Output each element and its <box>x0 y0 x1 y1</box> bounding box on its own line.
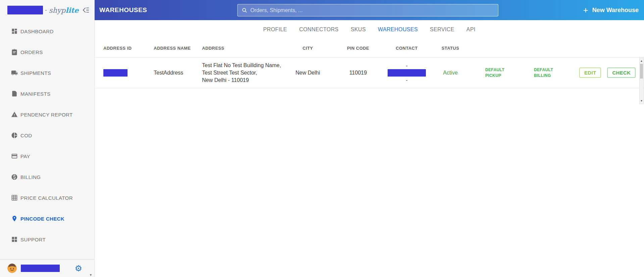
sidebar-item-dashboard[interactable]: DASHBOARD <box>0 21 94 42</box>
sidebar-header: - shyplite <box>0 0 94 20</box>
status-badge: Active <box>443 70 458 76</box>
manifests-icon <box>11 90 18 97</box>
column-address-name: ADDRESS NAME <box>154 46 191 51</box>
user-avatar[interactable] <box>7 264 17 273</box>
credit-card-icon <box>11 153 18 159</box>
tab-profile[interactable]: PROFILE <box>263 27 287 33</box>
column-city: CITY <box>302 46 313 51</box>
billing-dollar-icon <box>11 174 18 180</box>
column-pin-code: PIN CODE <box>347 46 369 51</box>
logo-prefix: - <box>45 7 47 13</box>
gear-icon[interactable]: ⚙ <box>75 264 82 273</box>
orders-icon <box>11 49 18 55</box>
column-address-id: ADDRESS ID <box>103 46 132 51</box>
sidebar-item-label: PRICE CALCULATOR <box>20 195 73 201</box>
app-window: - shyplite DASHBOARD ORDERS SHIPMENTS MA… <box>0 0 644 277</box>
sidebar-item-label: COD <box>20 133 32 138</box>
sidebar-item-cod[interactable]: COD <box>0 125 94 146</box>
default-pickup-badge: DEFAULT PICKUP <box>485 67 504 79</box>
scrollbar-thumb[interactable] <box>640 64 643 79</box>
tab-bar: PROFILE CONNECTORS SKUS WAREHOUSES SERVI… <box>95 20 644 39</box>
sidebar-item-label: ORDERS <box>20 49 43 55</box>
table-row: TestAddress Test Flat No Test Buillding … <box>95 57 644 88</box>
contact-value: - - <box>388 62 426 83</box>
sidebar-item-label: PENDENCY REPORT <box>20 112 72 118</box>
page-title: WAREHOUSES <box>99 6 147 14</box>
address-value: Test Flat No Test Buillding Name, Test S… <box>202 62 281 84</box>
sidebar-item-billing[interactable]: BILLING <box>0 167 94 187</box>
address-name-value: TestAddress <box>154 70 183 76</box>
default-billing-badge: DEFAULT BILLING <box>534 67 553 79</box>
search-icon <box>242 7 247 13</box>
sidebar-item-label: BILLING <box>20 174 41 180</box>
search-input[interactable] <box>250 7 494 13</box>
sidebar-item-label: MANIFESTS <box>20 91 50 97</box>
tab-warehouses[interactable]: WAREHOUSES <box>378 27 418 33</box>
sidebar-item-shipments[interactable]: SHIPMENTS <box>0 62 94 83</box>
search-box[interactable] <box>237 4 498 16</box>
collapse-sidebar-icon[interactable] <box>82 6 90 14</box>
sidebar-item-label: SUPPORT <box>20 237 46 242</box>
plus-icon: + <box>583 6 588 14</box>
brand-logo: shyplite <box>49 6 79 14</box>
sidebar-item-pincode-check[interactable]: PINCODE CHECK <box>0 208 94 229</box>
tab-connectors[interactable]: CONNECTORS <box>299 27 339 33</box>
main-content: WAREHOUSES + New Warehouse PROFILE CONNE… <box>95 0 644 277</box>
sidebar-item-price-calculator[interactable]: PRICE CALCULATOR <box>0 187 94 208</box>
redacted-username[interactable] <box>21 265 60 272</box>
redacted-contact-number <box>388 69 426 77</box>
table-scrollbar[interactable]: ▲ ▼ <box>639 58 644 104</box>
sidebar-item-manifests[interactable]: MANIFESTS <box>0 83 94 104</box>
edit-button[interactable]: EDIT <box>579 67 601 78</box>
sidebar-item-orders[interactable]: ORDERS <box>0 42 94 62</box>
redacted-address-id <box>103 69 128 77</box>
sidebar: - shyplite DASHBOARD ORDERS SHIPMENTS MA… <box>0 0 95 277</box>
sidebar-item-pay[interactable]: PAY <box>0 146 94 167</box>
shipments-icon <box>11 70 18 76</box>
warning-icon <box>11 111 18 118</box>
sidebar-scroll-down-icon[interactable]: ▼ <box>89 273 92 277</box>
pin-code-value: 110019 <box>349 70 367 76</box>
sidebar-menu: DASHBOARD ORDERS SHIPMENTS MANIFESTS PEN… <box>0 20 94 250</box>
table-header-row: ADDRESS ID ADDRESS NAME ADDRESS CITY PIN… <box>95 39 644 57</box>
location-pin-icon <box>11 215 18 222</box>
tab-skus[interactable]: SKUS <box>351 27 366 33</box>
tab-service[interactable]: SERVICE <box>430 27 454 33</box>
new-warehouse-label: New Warehouse <box>592 7 639 14</box>
sidebar-item-support[interactable]: SUPPORT <box>0 229 94 250</box>
sidebar-item-label: PINCODE CHECK <box>20 216 64 222</box>
sidebar-item-label: SHIPMENTS <box>20 70 51 76</box>
tab-api[interactable]: API <box>466 27 476 33</box>
cod-pie-icon <box>11 132 18 139</box>
dashboard-icon <box>11 28 18 35</box>
top-header: WAREHOUSES + New Warehouse <box>95 0 644 20</box>
city-value: New Delhi <box>296 70 320 76</box>
column-address: ADDRESS <box>202 46 224 51</box>
calculator-grid-icon <box>11 194 18 201</box>
redacted-account-name <box>7 6 43 14</box>
warehouses-table: ADDRESS ID ADDRESS NAME ADDRESS CITY PIN… <box>95 39 644 88</box>
column-status: STATUS <box>442 46 459 51</box>
support-grid-icon <box>11 236 18 243</box>
scroll-up-icon[interactable]: ▲ <box>640 58 643 64</box>
new-warehouse-button[interactable]: + New Warehouse <box>583 6 639 14</box>
column-contact: CONTACT <box>396 46 417 51</box>
scroll-down-icon[interactable]: ▼ <box>640 98 643 104</box>
sidebar-item-label: PAY <box>20 153 30 159</box>
check-button[interactable]: CHECK <box>607 67 636 78</box>
sidebar-footer: ⚙ <box>0 259 94 277</box>
sidebar-item-label: DASHBOARD <box>20 29 54 34</box>
sidebar-item-pendency-report[interactable]: PENDENCY REPORT <box>0 104 94 125</box>
